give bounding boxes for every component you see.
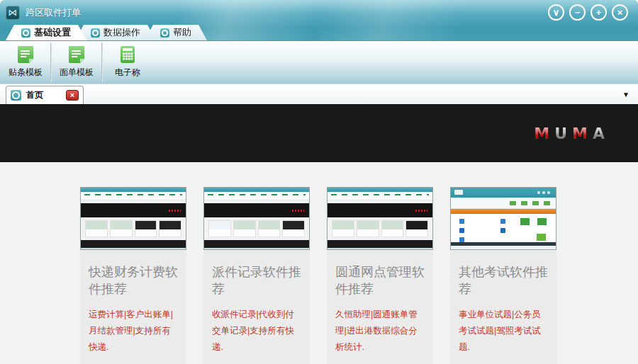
software-card: 其他考试软件推荐 事业单位试题|公务员考试试题|驾照考试试题.: [450, 187, 556, 364]
tab-label: 帮助: [173, 26, 191, 39]
card-title[interactable]: 快递财务计费软件推荐: [89, 264, 178, 298]
card-thumbnail[interactable]: [450, 187, 556, 250]
tab-ring-icon: [21, 28, 30, 38]
toolbar-separator: [101, 42, 103, 82]
card-thumbnail[interactable]: [80, 187, 186, 250]
window-controls: ∨ − + ×: [548, 4, 632, 21]
software-card: 圆通网点管理软件推荐 久恒助理|圆通账单管理|进出港数据综合分析统计.: [327, 187, 433, 364]
toolbar-button-label: 贴条模板: [9, 67, 43, 79]
tab-overflow-dropdown[interactable]: ▼: [621, 89, 631, 100]
document-tabstrip: 首页 × ▼: [0, 84, 638, 104]
card-thumbnail[interactable]: [203, 187, 310, 250]
tab-basic-settings[interactable]: 基础设置: [6, 25, 86, 40]
close-tab-button[interactable]: ×: [66, 90, 79, 101]
toolbar-separator: [50, 42, 52, 82]
window-title: 跨区取件打单: [26, 6, 81, 19]
toolbar: 贴条模板 面单模板: [0, 40, 638, 84]
card-desc[interactable]: 事业单位试题|公务员考试试题|驾照考试试题.: [459, 307, 548, 356]
tab-data-operations[interactable]: 数据操作: [75, 25, 156, 40]
website-preview: [81, 188, 186, 249]
home-tab-label: 首页: [26, 89, 43, 101]
calculator-scale-icon: [118, 45, 137, 64]
page-banner: M U M A: [0, 104, 638, 162]
sticker-template-button[interactable]: 贴条模板: [1, 41, 50, 84]
card-desc[interactable]: 运费计算|客户出账单|月结款管理|支持所有快递.: [89, 307, 178, 356]
card-thumbnail[interactable]: [327, 187, 433, 250]
logo-letter: A: [593, 125, 605, 142]
tab-ring-icon: [160, 28, 169, 38]
electronic-scale-button[interactable]: 电子称: [103, 41, 152, 84]
document-template-icon: [16, 45, 35, 64]
logo-letter: U: [554, 125, 568, 142]
skin-menu-button[interactable]: ∨: [548, 4, 564, 21]
tab-help[interactable]: 帮助: [145, 25, 207, 40]
waybill-template-button[interactable]: 面单模板: [52, 41, 101, 84]
app-preview: [451, 188, 556, 249]
muma-logo: M U M A: [534, 125, 605, 142]
card-title[interactable]: 圆通网点管理软件推荐: [335, 264, 425, 298]
tab-label: 基础设置: [34, 26, 71, 39]
titlebar: ⋈ 跨区取件打单 ∨ − + ×: [0, 0, 638, 25]
titlebar-area: ⋈ 跨区取件打单 ∨ − + × 基础设置 数据操作 帮助: [0, 0, 638, 40]
maximize-button[interactable]: +: [591, 4, 607, 21]
logo-letter: M: [572, 125, 588, 142]
recommendation-cards: 快递财务计费软件推荐 运费计算|客户出账单|月结款管理|支持所有快递. 派件记录…: [0, 162, 638, 364]
home-page-tab[interactable]: 首页 ×: [6, 86, 84, 104]
tab-label: 数据操作: [103, 26, 140, 39]
card-desc[interactable]: 久恒助理|圆通账单管理|进出港数据综合分析统计.: [335, 307, 425, 356]
app-window: ⋈ 跨区取件打单 ∨ − + × 基础设置 数据操作 帮助: [0, 0, 638, 364]
logo-letter: M: [534, 125, 550, 142]
toolbar-button-label: 电子称: [115, 67, 140, 79]
app-logo-icon: ⋈: [6, 6, 20, 20]
software-card: 派件记录软件推荐 收派件记录|代收到付交单记录|支持所有快递.: [203, 187, 310, 364]
tab-ring-icon: [91, 28, 100, 38]
card-desc[interactable]: 收派件记录|代收到付交单记录|支持所有快递.: [212, 307, 301, 356]
main-tabs: 基础设置 数据操作 帮助: [0, 25, 207, 40]
page-ring-icon: [11, 90, 21, 101]
website-preview: [328, 188, 432, 249]
toolbar-button-label: 面单模板: [60, 67, 94, 79]
minimize-button[interactable]: −: [569, 4, 586, 21]
card-title[interactable]: 其他考试软件推荐: [459, 264, 548, 298]
card-title[interactable]: 派件记录软件推荐: [212, 264, 301, 298]
document-template-icon: [67, 45, 86, 64]
software-card: 快递财务计费软件推荐 运费计算|客户出账单|月结款管理|支持所有快递.: [80, 187, 186, 364]
website-preview: [204, 188, 309, 249]
close-button[interactable]: ×: [612, 4, 628, 21]
